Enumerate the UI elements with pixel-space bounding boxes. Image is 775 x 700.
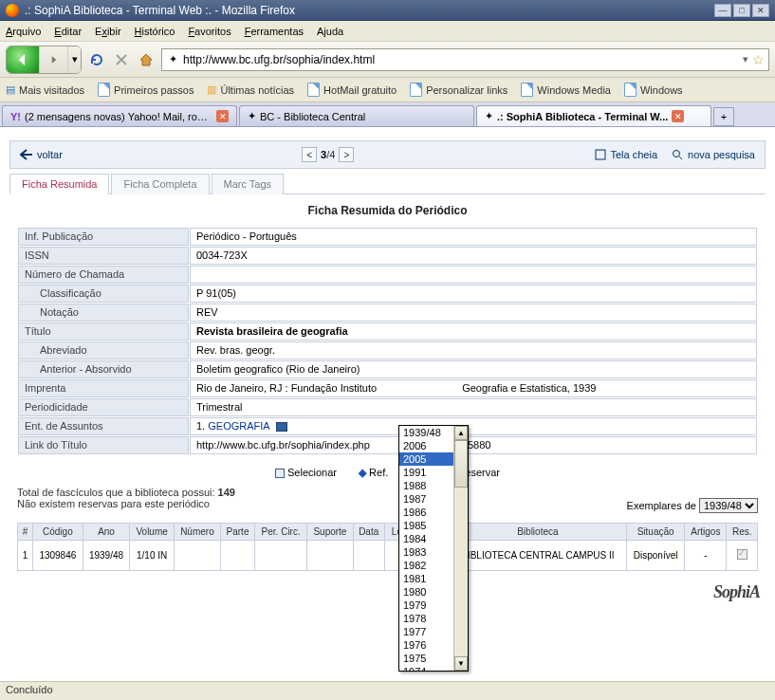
col-header: Data (353, 524, 384, 541)
bookmark-star-icon[interactable]: ☆ (752, 52, 765, 67)
browser-tab[interactable]: Y!(2 mensagens novas) Yahoo! Mail, rose.… (2, 105, 237, 126)
col-header: Biblioteca (449, 524, 626, 541)
menu-item[interactable]: Exibir (95, 26, 121, 37)
back-button[interactable] (7, 46, 39, 73)
forward-button[interactable] (39, 46, 67, 73)
pager-next[interactable]: > (339, 147, 354, 162)
scroll-thumb[interactable] (454, 440, 468, 488)
menu-item[interactable]: Ferramentas (245, 26, 304, 37)
field-value: Trimestral (190, 398, 757, 416)
year-select[interactable]: 1939/48 (699, 498, 758, 513)
menu-item[interactable]: Histórico (135, 26, 175, 37)
new-tab-button[interactable]: + (713, 107, 734, 126)
col-header: Ano (83, 524, 130, 541)
tab-ficha-completa[interactable]: Ficha Completa (111, 174, 209, 194)
record-tabs: Ficha Resumida Ficha Completa Marc Tags (9, 173, 766, 194)
back-arrow-icon (20, 149, 33, 160)
scroll-up-button[interactable]: ▲ (454, 426, 468, 440)
bookmarks-bar: ▤Mais visitados Primeiros passos ▥Última… (0, 78, 775, 102)
select-action[interactable]: Selecionar (275, 467, 337, 478)
fullscreen-icon (594, 149, 607, 160)
tab-marc-tags[interactable]: Marc Tags (212, 174, 285, 194)
nav-toolbar: ▾ ✦ ▾ ☆ (0, 42, 775, 78)
back-link[interactable]: voltar (20, 149, 63, 160)
field-value: Revista brasileira de geografia (190, 322, 757, 341)
bookmark-item[interactable]: Windows (624, 83, 683, 97)
history-dropdown[interactable]: ▾ (67, 46, 81, 73)
field-value: REV (190, 304, 757, 322)
field-value: 1. GEOGRAFIA (190, 417, 757, 435)
svg-rect-0 (596, 150, 605, 159)
col-header: Número (174, 524, 220, 541)
maximize-button[interactable]: □ (733, 4, 750, 17)
year-dropdown-list[interactable]: 1939/48200620051991198819871986198519841… (398, 425, 469, 672)
select-icon (275, 469, 285, 478)
bookmark-item[interactable]: Windows Media (521, 83, 611, 97)
dropdown-icon[interactable]: ▾ (743, 53, 748, 65)
tab-ficha-resumida[interactable]: Ficha Resumida (9, 174, 109, 194)
action-row: Selecionar ◆ Ref. Reservar (17, 467, 758, 479)
yahoo-icon: Y! (10, 111, 21, 122)
browser-tab[interactable]: ✦BC - Biblioteca Central (239, 105, 474, 126)
close-icon[interactable]: ✕ (672, 110, 684, 122)
bookmark-item[interactable]: Primeiros passos (98, 83, 194, 97)
reserve-checkbox[interactable] (737, 549, 747, 560)
tag-icon: ◆ (359, 467, 366, 478)
new-search-link[interactable]: nova pesquisa (671, 149, 755, 160)
minimize-button[interactable]: — (714, 4, 731, 17)
site-icon: ✦ (248, 110, 256, 122)
search-icon (671, 149, 684, 160)
fullscreen-link[interactable]: Tela cheia (594, 149, 658, 160)
site-favicon: ✦ (166, 53, 179, 66)
status-bar: Concluído (0, 681, 775, 700)
home-button[interactable] (137, 50, 156, 69)
pager: < 3/4 > (302, 147, 354, 162)
field-label: Título (18, 322, 189, 341)
menu-item[interactable]: Ajuda (317, 26, 343, 37)
stop-button[interactable] (112, 50, 131, 69)
col-header: Res. (727, 524, 758, 541)
window-title: .: SophiA Biblioteca - Terminal Web :. -… (25, 4, 295, 17)
bookmark-item[interactable]: HotMail gratuito (307, 83, 397, 97)
col-header: Per. Circ. (255, 524, 307, 541)
browser-tab[interactable]: ✦.: SophiA Biblioteca - Terminal W...✕ (476, 105, 711, 126)
field-label: Abreviado (18, 341, 189, 359)
field-label: Notação (18, 304, 189, 322)
nav-combo: ▾ (6, 46, 82, 74)
col-header: Situação (627, 524, 685, 541)
reload-button[interactable] (87, 50, 106, 69)
field-value: Periódico - Português (190, 228, 757, 246)
menu-item[interactable]: Arquivo (6, 26, 41, 37)
col-header: # (18, 524, 33, 541)
menu-item[interactable]: Favoritos (188, 26, 231, 37)
field-value: 0034-723X (190, 247, 757, 265)
record-topbar: voltar < 3/4 > Tela cheia nova pesquisa (9, 140, 766, 169)
field-value: Boletim geografico (Rio de Janeiro) (190, 360, 757, 378)
record-table: Inf. PublicaçãoPeriódico - Português ISS… (17, 227, 758, 455)
close-icon[interactable]: ✕ (216, 110, 229, 122)
field-label: ISSN (18, 247, 189, 265)
url-bar[interactable]: ✦ ▾ ☆ (161, 48, 769, 71)
close-button[interactable]: ✕ (752, 4, 769, 17)
field-label: Classificação (18, 285, 189, 303)
col-header: Artigos (685, 524, 727, 541)
url-input[interactable] (183, 50, 739, 69)
pager-prev[interactable]: < (302, 147, 317, 162)
menu-item[interactable]: Editar (54, 26, 82, 37)
bookmark-item[interactable]: Personalizar links (410, 83, 507, 97)
site-icon: ✦ (485, 110, 493, 122)
scrollbar[interactable]: ▲ ▼ (453, 426, 468, 671)
menu-bar: Arquivo Editar Exibir Histórico Favorito… (0, 21, 775, 42)
field-value: Rio de Janeiro, RJ : Fundação InstitutoG… (190, 379, 757, 397)
field-label: Ent. de Assuntos (18, 417, 189, 435)
page-content: voltar < 3/4 > Tela cheia nova pesquisa … (0, 127, 775, 606)
field-value: http://www.bc.ufg.br/sophia/index.phpia=… (190, 436, 757, 454)
sophia-logo: SophiA (9, 579, 766, 606)
subject-link[interactable]: GEOGRAFIA (208, 420, 269, 432)
col-header: Suporte (307, 524, 353, 541)
book-icon[interactable] (276, 422, 287, 432)
bookmark-item[interactable]: ▥Últimas notícias (207, 83, 294, 96)
scroll-down-button[interactable]: ▼ (454, 656, 468, 671)
bookmark-item[interactable]: ▤Mais visitados (6, 83, 84, 96)
firefox-icon (6, 4, 19, 17)
